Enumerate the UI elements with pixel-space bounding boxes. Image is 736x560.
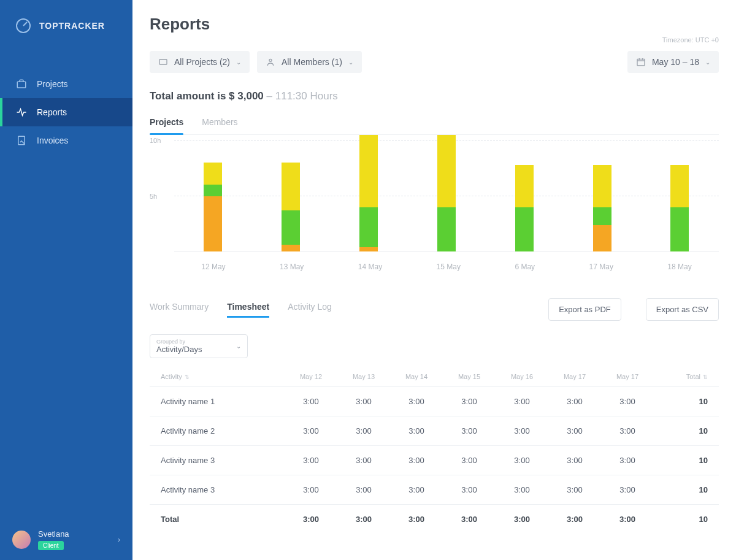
time-cell: 3:00 — [337, 446, 390, 475]
avatar — [12, 531, 31, 549]
chart-bar-segment — [282, 210, 300, 245]
table-row[interactable]: Activity name 33:003:003:003:003:003:003… — [150, 475, 719, 505]
pulse-icon — [16, 107, 27, 118]
svg-rect-4 — [159, 59, 167, 64]
time-cell: 3:00 — [496, 475, 548, 505]
export-pdf-button[interactable]: Export as PDF — [548, 298, 621, 321]
table-header[interactable]: May 15 — [443, 367, 496, 387]
brand: TOPTRACKER — [0, 0, 132, 52]
table-header[interactable]: May 13 — [337, 367, 390, 387]
time-cell: 3:00 — [496, 387, 548, 416]
time-cell: 3:00 — [285, 387, 337, 416]
time-cell: 3:00 — [390, 446, 443, 475]
user-icon — [266, 57, 275, 67]
time-cell: 3:00 — [337, 387, 390, 416]
time-cell: 3:00 — [601, 475, 654, 505]
row-total: 10 — [654, 416, 719, 446]
total-cell: 3:00 — [601, 505, 654, 534]
activity-cell: Activity name 2 — [150, 416, 285, 446]
time-cell: 3:00 — [601, 446, 654, 475]
filter-projects[interactable]: All Projects (2) ⌄ — [150, 51, 250, 73]
chart-bar-segment — [593, 225, 611, 251]
chart-bar-segment — [359, 247, 378, 251]
table-header[interactable]: May 12 — [285, 367, 337, 387]
time-cell: 3:00 — [285, 416, 337, 446]
chart-bar-segment — [670, 165, 689, 207]
chart-y-tick: 5h — [150, 193, 157, 200]
activity-cell: Activity name 3 — [150, 475, 285, 505]
table-row[interactable]: Activity name 33:003:003:003:003:003:003… — [150, 446, 719, 475]
time-cell: 3:00 — [601, 416, 654, 446]
row-total: 10 — [654, 446, 719, 475]
time-cell: 3:00 — [443, 446, 496, 475]
time-cell: 3:00 — [548, 446, 601, 475]
filter-daterange-label: May 10 – 18 — [652, 57, 699, 67]
activity-cell: Activity name 1 — [150, 387, 285, 416]
subtab-work-summary[interactable]: Work Summary — [150, 302, 209, 318]
chart-bar[interactable] — [204, 163, 222, 251]
table-header[interactable]: May 16 — [496, 367, 548, 387]
row-total: 10 — [654, 475, 719, 505]
table-header[interactable]: May 14 — [390, 367, 443, 387]
chart-bar[interactable] — [282, 163, 300, 251]
totals-amount: $ 3,000 — [229, 90, 264, 102]
svg-point-5 — [269, 59, 272, 61]
time-cell: 3:00 — [496, 446, 548, 475]
grand-total: 10 — [654, 505, 719, 534]
table-header[interactable]: May 17 — [601, 367, 654, 387]
chevron-right-icon: › — [118, 535, 120, 544]
chart-bar-segment — [515, 165, 534, 207]
sidebar-item-label: Projects — [37, 79, 68, 89]
group-by-select[interactable]: Grouped by Activity/Days ⌄ — [150, 334, 248, 358]
sidebar-item-invoices[interactable]: Invoices — [0, 126, 132, 155]
timezone-label: Timezone: UTC +0 — [150, 36, 719, 44]
subtab-activity-log[interactable]: Activity Log — [288, 302, 332, 318]
sidebar-user[interactable]: Svetlana Client › — [0, 520, 132, 560]
chart-bar[interactable] — [515, 165, 534, 251]
calendar-icon — [636, 57, 646, 67]
table-row[interactable]: Activity name 23:003:003:003:003:003:003… — [150, 416, 719, 446]
main: Reports Timezone: UTC +0 All Projects (2… — [132, 0, 736, 560]
chart-bar-segment — [359, 135, 378, 207]
chevron-down-icon: ⌄ — [705, 59, 710, 66]
folder-icon — [158, 57, 168, 67]
filter-daterange[interactable]: May 10 – 18 ⌄ — [627, 51, 719, 73]
group-by-value: Activity/Days — [156, 345, 202, 354]
chart-bar[interactable] — [437, 135, 456, 251]
totals-line: Total amount is $ 3,000 – 111:30 Hours — [150, 90, 719, 102]
chart-bar[interactable] — [593, 165, 611, 251]
time-cell: 3:00 — [285, 446, 337, 475]
time-cell: 3:00 — [337, 475, 390, 505]
chevron-down-icon: ⌄ — [348, 59, 353, 66]
chart-bar[interactable] — [670, 165, 689, 251]
chart-bar[interactable] — [359, 135, 378, 251]
user-badge: Client — [38, 541, 64, 550]
briefcase-icon — [16, 79, 27, 90]
time-cell: 3:00 — [390, 475, 443, 505]
chart-x-tick: 15 May — [437, 263, 461, 271]
tab-members[interactable]: Members — [202, 117, 237, 134]
time-cell: 3:00 — [548, 387, 601, 416]
time-cell: 3:00 — [548, 475, 601, 505]
nav: Projects Reports Invoices — [0, 70, 132, 155]
tab-projects[interactable]: Projects — [150, 117, 183, 134]
chart-x-tick: 17 May — [589, 263, 613, 271]
table-header[interactable]: May 17 — [548, 367, 601, 387]
sidebar-item-projects[interactable]: Projects — [0, 70, 132, 98]
filter-row: All Projects (2) ⌄ All Members (1) ⌄ May… — [150, 51, 719, 73]
export-csv-button[interactable]: Export as CSV — [646, 298, 719, 321]
chart-bar-segment — [204, 185, 222, 196]
table-header[interactable]: Activity⇅ — [150, 367, 285, 387]
chart-bar-segment — [593, 165, 611, 207]
chart-bar-segment — [437, 207, 456, 251]
total-cell: 3:00 — [285, 505, 337, 534]
totals-hours: – 111:30 Hours — [267, 90, 338, 102]
filter-members[interactable]: All Members (1) ⌄ — [257, 51, 362, 73]
sidebar-item-label: Reports — [37, 107, 67, 117]
table-row[interactable]: Activity name 13:003:003:003:003:003:003… — [150, 387, 719, 416]
sidebar-item-reports[interactable]: Reports — [0, 98, 132, 126]
timesheet-table: Activity⇅May 12May 13May 14May 15May 16M… — [150, 367, 719, 534]
chart-bar-segment — [593, 207, 611, 225]
table-header[interactable]: Total⇅ — [654, 367, 719, 387]
subtab-timesheet[interactable]: Timesheet — [227, 302, 269, 318]
